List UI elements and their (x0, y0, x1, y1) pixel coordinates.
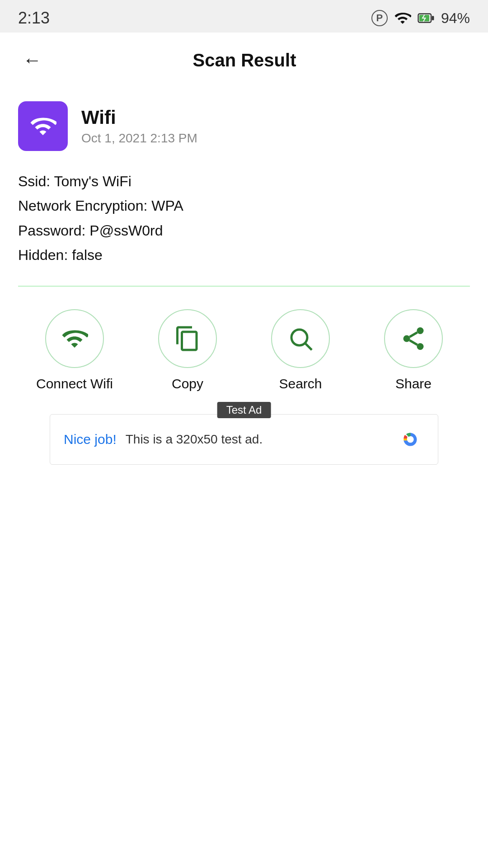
wifi-encryption: Network Encryption: WPA (18, 193, 470, 218)
copy-icon (174, 325, 201, 352)
search-action[interactable]: Search (260, 309, 341, 392)
battery-icon (418, 9, 435, 27)
back-button[interactable]: ← (18, 46, 46, 74)
svg-line-9 (409, 332, 417, 337)
share-icon (400, 325, 427, 352)
status-time: 2:13 (18, 9, 50, 28)
status-right-icons: P 94% (371, 9, 470, 27)
result-type-label: Wifi (81, 107, 197, 128)
actions-row: Connect Wifi Copy Search (18, 309, 470, 392)
svg-point-5 (417, 327, 424, 334)
svg-point-7 (417, 343, 424, 350)
battery-percentage: 94% (441, 10, 470, 27)
share-circle (384, 309, 443, 368)
divider (18, 286, 470, 287)
search-circle (271, 309, 330, 368)
svg-point-6 (404, 335, 410, 342)
search-icon (287, 325, 314, 352)
ad-nice-job: Nice job! (64, 432, 117, 447)
share-label: Share (395, 376, 432, 392)
ad-description: This is a 320x50 test ad. (126, 432, 384, 447)
search-label: Search (279, 376, 322, 392)
copy-circle (158, 309, 217, 368)
status-bar: 2:13 P 94% (0, 0, 488, 33)
top-nav: ← Scan Result (0, 33, 488, 88)
wifi-ssid: Ssid: Tomy's WiFi (18, 169, 470, 193)
wifi-password: Password: P@ssW0rd (18, 218, 470, 243)
ad-banner: Test Ad Nice job! This is a 320x50 test … (50, 414, 438, 465)
copy-label: Copy (172, 376, 203, 392)
svg-line-8 (409, 340, 417, 344)
copy-action[interactable]: Copy (147, 309, 228, 392)
wifi-type-icon-box (18, 101, 68, 151)
ad-tag-label: Test Ad (217, 402, 271, 418)
notification-icon: P (371, 10, 388, 26)
page-title: Scan Result (46, 50, 443, 71)
connect-wifi-circle (45, 309, 104, 368)
wifi-hidden: Hidden: false (18, 243, 470, 267)
share-action[interactable]: Share (373, 309, 454, 392)
result-header: Wifi Oct 1, 2021 2:13 PM (18, 101, 470, 151)
svg-line-4 (305, 344, 312, 350)
back-arrow-icon: ← (23, 49, 42, 71)
main-content: Wifi Oct 1, 2021 2:13 PM Ssid: Tomy's Wi… (0, 88, 488, 478)
wifi-details: Ssid: Tomy's WiFi Network Encryption: WP… (18, 169, 470, 268)
wifi-type-icon (29, 113, 56, 140)
result-date-label: Oct 1, 2021 2:13 PM (81, 131, 197, 146)
wifi-signal-icon (394, 9, 411, 27)
ad-logo-icon (393, 424, 424, 455)
result-header-info: Wifi Oct 1, 2021 2:13 PM (81, 107, 197, 146)
connect-wifi-label: Connect Wifi (36, 376, 113, 392)
connect-wifi-icon (61, 325, 88, 352)
svg-point-3 (291, 330, 307, 345)
svg-rect-1 (432, 16, 434, 20)
connect-wifi-action[interactable]: Connect Wifi (34, 309, 115, 392)
